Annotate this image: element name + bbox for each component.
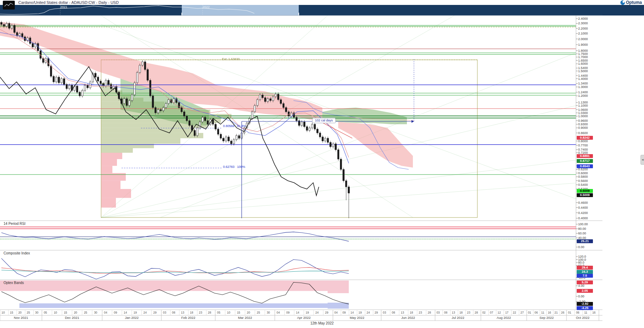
title-bar: Cardano/United States dollar - ADAUSD:CW…	[0, 0, 644, 5]
optuma-logo-text: Optuma	[626, 0, 642, 5]
optuma-chart-window: Cardano/United States dollar - ADAUSD:CW…	[0, 0, 644, 328]
optuma-logo: Optuma	[620, 0, 642, 5]
composite-smoothing-fast	[1, 267, 349, 273]
main-chart-canvas[interactable]	[0, 0, 644, 328]
rsi-panel	[0, 227, 576, 241]
instrument-icon[interactable]	[3, 1, 15, 10]
optuma-logo-icon	[620, 0, 625, 5]
chart-title: Cardano/United States dollar - ADAUSD:CW…	[18, 0, 119, 5]
ichimoku-clouds	[0, 22, 413, 168]
collapse-panel-handle[interactable]: ◀	[640, 155, 644, 165]
composite-panel	[1, 258, 349, 279]
navigator	[0, 5, 644, 15]
optex-panel	[0, 280, 349, 309]
composite-composite	[1, 258, 349, 279]
